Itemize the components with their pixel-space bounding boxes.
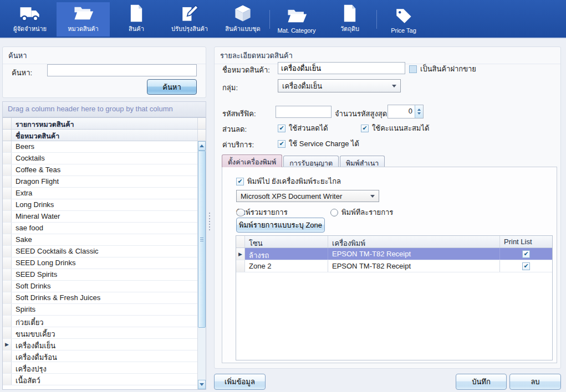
category-row[interactable]: Dragon Flight	[3, 176, 197, 188]
category-row[interactable]: Coffee & Teas	[3, 164, 197, 176]
category-row[interactable]: เครื่องปรุง	[3, 362, 197, 374]
row-indicator: ▶	[236, 248, 245, 260]
category-row[interactable]: Long Drinks	[3, 199, 197, 211]
service-charge-row[interactable]: ✔ ใช้ Service Charge ได้	[278, 138, 359, 149]
tab-2[interactable]: พิมพ์สำเนา	[340, 156, 385, 167]
row-indicator	[3, 316, 12, 327]
toolbar-item-1[interactable]: หมวดสินค้า	[57, 2, 110, 37]
category-grid-band: รายการหมวดสินค้า	[3, 118, 206, 130]
category-row[interactable]: เครื่องดื่มร้อน	[3, 350, 197, 362]
category-row[interactable]: เนื้อสัตว์	[3, 374, 197, 385]
toolbar-item-5[interactable]: Mat. Category	[270, 2, 323, 37]
category-row-label: Extra	[12, 188, 197, 199]
toolbar-item-label: สินค้า	[129, 24, 144, 34]
category-row[interactable]: ขนมขบเคี้ยว	[3, 327, 197, 339]
save-button[interactable]: บันทึก	[456, 374, 507, 390]
service-charge-checkbox[interactable]: ✔	[278, 140, 285, 148]
category-row[interactable]: ▶เครื่องดื่มเย็น	[3, 339, 197, 350]
zone-row[interactable]: ▶ล้างรถEPSON TM-T82 Receipt✔	[236, 248, 552, 260]
row-indicator	[3, 234, 12, 245]
printer-column-header[interactable]: เครื่องพิมพ์	[328, 236, 500, 247]
edit-icon	[180, 2, 200, 24]
max-code-label: จำนวนรหัสสูงสุด:	[335, 108, 389, 120]
tab-0[interactable]: ตั้งค่าเครื่องพิมพ์	[222, 154, 282, 167]
group-by-hint[interactable]: Drag a column header here to group by th…	[2, 101, 206, 117]
discount-allowed-row[interactable]: ✔ ใช้ส่วนลดได้	[278, 122, 328, 134]
consignment-checkbox[interactable]	[409, 65, 417, 73]
row-indicator	[3, 362, 12, 373]
print-list-checkbox[interactable]: ✔	[522, 250, 530, 258]
category-row[interactable]: Spirits	[3, 304, 197, 316]
row-indicator	[3, 327, 12, 338]
document-icon	[342, 2, 358, 24]
print-list-checkbox[interactable]: ✔	[522, 262, 530, 270]
category-row-label: เครื่องดื่มร้อน	[12, 350, 197, 362]
scroll-down-icon[interactable]	[198, 380, 206, 389]
zone-cell: Zone 2	[245, 260, 328, 272]
search-input[interactable]	[47, 64, 197, 76]
points-row[interactable]: ✔ ใช้คะแนนสะสมได้	[361, 122, 429, 134]
max-code-spinner[interactable]: 0	[387, 105, 424, 118]
category-row[interactable]: Beers	[3, 141, 197, 153]
category-row[interactable]: Soft Drinks	[3, 281, 197, 292]
category-row[interactable]: SEED Spirits	[3, 269, 197, 281]
row-indicator	[236, 260, 245, 272]
toolbar-item-6[interactable]: วัตถุดิบ	[323, 2, 376, 37]
tab-1[interactable]: การรับอนุญาต	[283, 156, 339, 167]
zone-row[interactable]: Zone 2EPSON TM-T82 Receipt✔	[236, 260, 552, 272]
toolbar-item-label: วัตถุดิบ	[340, 24, 359, 34]
zone-print-button[interactable]: พิมพ์รายการแบบระบุ Zone	[236, 218, 325, 233]
panel-splitter[interactable]	[208, 47, 211, 390]
delete-button[interactable]: ลบ	[509, 374, 561, 390]
toolbar-item-7[interactable]: Price Tag	[377, 2, 430, 37]
category-name-input[interactable]	[278, 62, 405, 74]
category-row[interactable]: Soft Drinks & Fresh Juices	[3, 292, 197, 304]
category-row[interactable]: SEED Long Drinks	[3, 257, 197, 269]
folder-icon	[73, 2, 94, 24]
consignment-checkbox-row[interactable]: เป็นสินค้าฝากขาย	[409, 63, 476, 75]
category-row[interactable]: SEED Cocktails & Classic	[3, 246, 197, 257]
category-row[interactable]: Mineral Water	[3, 211, 197, 223]
row-indicator	[3, 374, 12, 385]
category-row-label: SEED Spirits	[12, 269, 197, 280]
category-row[interactable]: Cocktails	[3, 153, 197, 164]
toolbar-item-2[interactable]: สินค้า	[110, 2, 163, 37]
printer-select[interactable]: Microsoft XPS Document Writer	[236, 190, 379, 202]
radio-combined-row[interactable]: พิมพ์รวมรายการ	[236, 207, 288, 218]
category-scrollbar[interactable]	[197, 141, 206, 389]
toolbar-item-3[interactable]: ปรับปรุงสินค้า	[163, 2, 216, 37]
toolbar-item-0[interactable]: ผู้จัดจำหน่าย	[3, 2, 57, 37]
scrollbar-thumb[interactable]	[198, 151, 206, 328]
category-row-label: เนื้อสัตว์	[12, 374, 197, 385]
printlist-column-header[interactable]: Print List	[500, 236, 552, 247]
remote-print-checkbox[interactable]: ✔	[236, 178, 244, 185]
row-indicator	[3, 223, 12, 234]
radio-per-item-row[interactable]: พิมพ์ทีละรายการ	[330, 207, 393, 218]
folder-icon	[286, 5, 307, 27]
zone-column-header[interactable]: โซน	[245, 236, 328, 247]
spinner-arrows-icon[interactable]	[415, 105, 423, 118]
prefix-input[interactable]	[276, 106, 332, 118]
category-row[interactable]: Extra	[3, 188, 197, 199]
scroll-up-icon[interactable]	[198, 141, 206, 151]
add-button[interactable]: เพิ่มข้อมูล	[214, 374, 266, 390]
column-header[interactable]: ชื่อหมวดสินค้า	[12, 130, 197, 141]
zone-grid-rows: ▶ล้างรถEPSON TM-T82 Receipt✔Zone 2EPSON …	[236, 248, 552, 272]
remote-print-row[interactable]: ✔ พิมพ์ไป ยังเครื่องพิมพ์ระยะไกล	[236, 176, 341, 187]
toolbar: ผู้จัดจำหน่ายหมวดสินค้าสินค้าปรับปรุงสิน…	[0, 0, 566, 39]
category-row[interactable]: Sake	[3, 234, 197, 246]
radio-combined[interactable]	[236, 209, 245, 216]
category-row-label: Soft Drinks & Fresh Juices	[12, 292, 197, 303]
toolbar-item-4[interactable]: สินค้าแบบชุด	[216, 2, 269, 37]
category-row[interactable]: ก่วยเตี๋ยว	[3, 316, 197, 327]
category-row[interactable]: sae food	[3, 223, 197, 234]
discount-allowed-checkbox[interactable]: ✔	[278, 125, 285, 132]
group-select[interactable]: เครื่องดื่มเย็น	[278, 79, 401, 92]
search-button[interactable]: ค้นหา	[147, 79, 197, 95]
zone-grid-header: โซน เครื่องพิมพ์ Print List	[236, 236, 552, 248]
chevron-down-icon	[370, 195, 375, 198]
points-checkbox[interactable]: ✔	[361, 125, 369, 132]
printer-cell: EPSON TM-T82 Receipt	[328, 260, 500, 272]
radio-per-item[interactable]	[330, 209, 338, 216]
band-header[interactable]: รายการหมวดสินค้า	[12, 118, 197, 129]
